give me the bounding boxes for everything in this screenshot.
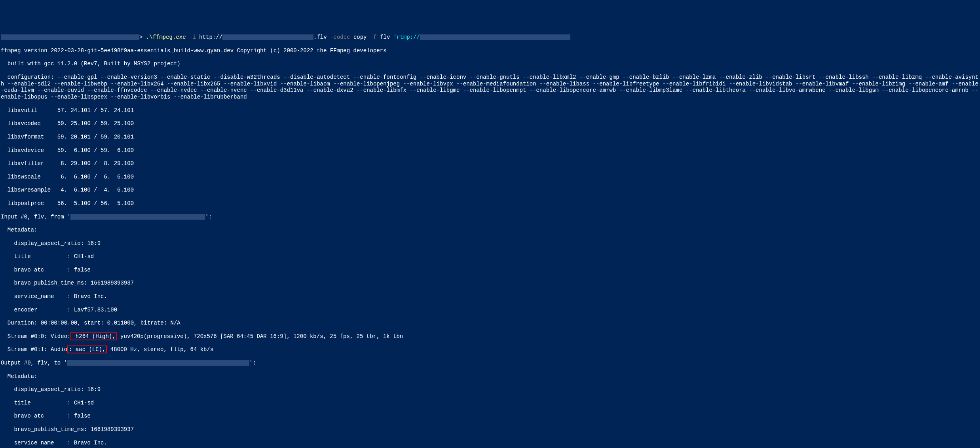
highlight-aac: : aac (LC), [67, 345, 107, 353]
metadata-item: service_name : Bravo Inc. [1, 440, 979, 446]
metadata-item: bravo_atc : false [1, 267, 979, 273]
version-line: ffmpeg version 2022-03-28-git-5ee198f9aa… [1, 47, 979, 54]
input-line: Input #0, flv, from '': [1, 214, 979, 220]
lib-line: libavfilter 8. 29.100 / 8. 29.100 [1, 160, 979, 167]
terminal-output[interactable]: > .\ffmpeg.exe -i http://.flv -codec cop… [1, 27, 979, 448]
metadata-item: service_name : Bravo Inc. [1, 293, 979, 300]
output-line: Output #0, flv, to '': [1, 360, 979, 366]
lib-line: libswresample 4. 6.100 / 4. 6.100 [1, 187, 979, 194]
metadata-item: bravo_publish_time_ms: 1661989393937 [1, 426, 979, 433]
ffmpeg-exe: .\ffmpeg.exe [146, 34, 186, 40]
metadata-label: Metadata: [1, 227, 979, 233]
lib-line: libavdevice 59. 6.100 / 59. 6.100 [1, 147, 979, 154]
stream-audio-input: Stream #0:1: Audio: aac (LC), 48000 Hz, … [1, 346, 979, 353]
duration-line: Duration: 00:00:00.00, start: 0.011000, … [1, 320, 979, 327]
stream-video-input: Stream #0:0: Video: h264 (High), yuv420p… [1, 333, 979, 340]
metadata-item: bravo_publish_time_ms: 1661989393937 [1, 280, 979, 287]
built-line: built with gcc 11.2.0 (Rev7, Built by MS… [1, 61, 979, 67]
redacted-rtmp-url [420, 34, 570, 40]
metadata-item: display_aspect_ratio: 16:9 [1, 240, 979, 247]
metadata-item: bravo_atc : false [1, 413, 979, 420]
lib-line: libavutil 57. 24.101 / 57. 24.101 [1, 107, 979, 114]
config-line: configuration: --enable-gpl --enable-ver… [1, 74, 979, 101]
highlight-h264: h264 (High), [70, 332, 117, 340]
metadata-label: Metadata: [1, 373, 979, 380]
metadata-item: title : CH1-sd [1, 253, 979, 260]
redacted-path [1, 34, 139, 40]
metadata-item: display_aspect_ratio: 16:9 [1, 386, 979, 393]
redacted-input-path [70, 214, 205, 220]
redacted-output-path [67, 360, 249, 366]
lib-line: libavformat 59. 20.101 / 59. 20.101 [1, 134, 979, 140]
lib-line: libpostproc 56. 5.100 / 56. 5.100 [1, 200, 979, 207]
redacted-input-url [222, 34, 313, 40]
command-line: > .\ffmpeg.exe -i http://.flv -codec cop… [1, 34, 979, 41]
lib-line: libswscale 6. 6.100 / 6. 6.100 [1, 174, 979, 180]
lib-line: libavcodec 59. 25.100 / 59. 25.100 [1, 120, 979, 127]
metadata-item: encoder : Lavf57.83.100 [1, 307, 979, 313]
metadata-item: title : CH1-sd [1, 400, 979, 406]
